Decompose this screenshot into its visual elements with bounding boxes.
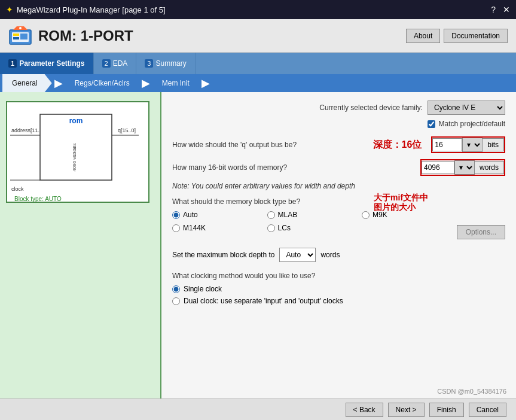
svg-text:Block type: AUTO: Block type: AUTO: [14, 196, 62, 202]
block-type-question: What should the memory block type be?: [172, 197, 505, 206]
svg-rect-4: [20, 34, 28, 39]
tab-mem-init[interactable]: Mem Init: [152, 74, 199, 92]
svg-text:q[15..0]: q[15..0]: [118, 127, 136, 133]
match-project-label: Match project/default: [439, 120, 505, 128]
max-depth-row: Set the maximum block depth to Auto 512 …: [172, 248, 505, 262]
secondary-tabs: General ▶ Regs/Clken/Aclrs ▶ Mem Init ▶: [0, 74, 516, 92]
tab-number-3: 3: [145, 59, 153, 68]
svg-rect-3: [13, 37, 19, 39]
radio-mlab: MLAB: [267, 211, 350, 219]
note-text: Note: You could enter arbitrary values f…: [172, 182, 505, 190]
next-button[interactable]: Next >: [388, 403, 425, 417]
cancel-button[interactable]: Cancel: [469, 403, 506, 417]
radio-dual-clock-label: Dual clock: use separate 'input' and 'ou…: [184, 297, 343, 305]
radio-lcs-label: LCs: [278, 224, 291, 232]
width-unit-select[interactable]: ▾: [462, 138, 483, 152]
clock-question: What clocking method would you like to u…: [172, 272, 505, 280]
radio-m144k: M144K: [172, 224, 255, 232]
header: ROM: 1-PORT About Documentation: [0, 19, 516, 53]
words-unit-select[interactable]: ▾: [454, 160, 475, 175]
depth-annotation: 深度：16位: [373, 139, 422, 151]
max-depth-select[interactable]: Auto 512 1024 2048: [279, 248, 316, 262]
words-unit: words: [475, 161, 504, 174]
radio-m9k-input[interactable]: [362, 211, 370, 219]
documentation-button[interactable]: Documentation: [444, 29, 508, 43]
clock-section: What clocking method would you like to u…: [172, 272, 505, 305]
device-family-label: Currently selected device family:: [319, 104, 423, 112]
primary-tabs: 1 Parameter Settings 2 EDA 3 Summary: [0, 53, 516, 74]
tab-regs[interactable]: Regs/Clken/Aclrs: [65, 74, 139, 92]
main-content: address[11..0] rom 16 bits 4096 words q[…: [0, 92, 516, 398]
tab-general-label: General: [12, 79, 38, 87]
radio-lcs: LCs: [267, 224, 350, 232]
app-logo: [8, 25, 32, 47]
tab-label-3: Summary: [155, 59, 186, 68]
bottom-bar: < Back Next > Finish Cancel: [0, 398, 516, 420]
radio-auto-label: Auto: [183, 211, 198, 219]
help-button[interactable]: ?: [491, 5, 496, 14]
radio-auto-input[interactable]: [172, 211, 180, 219]
tab-regs-label: Regs/Clken/Aclrs: [75, 79, 130, 87]
words-question: How many 16-bit words of memory?: [172, 163, 416, 172]
radio-dual-clock-input[interactable]: [172, 297, 180, 305]
finish-button[interactable]: Finish: [429, 403, 464, 417]
device-family-row: Currently selected device family: Cyclon…: [172, 101, 505, 115]
title-bar: ✦ MegaWizard Plug-In Manager [page 1 of …: [0, 0, 516, 19]
width-input-group: ▾ bits: [431, 136, 505, 153]
rom-diagram: address[11..0] rom 16 bits 4096 words q[…: [6, 101, 149, 203]
app-icon: ✦: [6, 5, 13, 14]
radio-single-clock-label: Single clock: [184, 285, 222, 293]
radio-single-clock-input[interactable]: [172, 285, 180, 293]
settings-panel: Currently selected device family: Cyclon…: [161, 92, 516, 398]
width-setting-row: How wide should the 'q' output bus be? 深…: [172, 136, 505, 153]
device-family-select[interactable]: Cyclone IV E: [428, 101, 505, 115]
width-question: How wide should the 'q' output bus be?: [172, 141, 368, 149]
tab-label-2: EDA: [113, 59, 128, 68]
width-input[interactable]: [432, 138, 462, 151]
mif-annotation-2: 图片的大小: [374, 202, 416, 213]
watermark: CSDN @m0_54384176: [437, 388, 506, 395]
svg-text:rom: rom: [69, 117, 83, 125]
radio-auto: Auto: [172, 211, 255, 219]
radio-single-clock: Single clock: [172, 285, 505, 293]
radio-mlab-input[interactable]: [267, 211, 275, 219]
words-input-group: ▾ words: [420, 159, 505, 176]
back-button[interactable]: < Back: [346, 403, 383, 417]
tab-label-1: Parameter Settings: [19, 59, 84, 68]
tab-general[interactable]: General: [2, 74, 52, 92]
tab-eda[interactable]: 2 EDA: [94, 53, 137, 74]
svg-point-6: [19, 27, 22, 29]
max-depth-label: Set the maximum block depth to: [172, 251, 274, 259]
width-unit: bits: [483, 138, 504, 151]
tab-summary[interactable]: 3 Summary: [136, 53, 195, 74]
svg-text:clock: clock: [11, 186, 24, 192]
svg-text:4096 words: 4096 words: [72, 147, 77, 171]
block-type-section: What should the memory block type be? Au…: [172, 197, 505, 239]
radio-dual-clock: Dual clock: use separate 'input' and 'ou…: [172, 297, 505, 305]
tab-parameter-settings[interactable]: 1 Parameter Settings: [0, 53, 94, 74]
radio-m144k-label: M144K: [183, 224, 206, 232]
radio-lcs-input[interactable]: [267, 224, 275, 232]
tab-mem-init-label: Mem Init: [162, 79, 190, 87]
close-button[interactable]: ✕: [503, 5, 510, 14]
match-project-checkbox[interactable]: [428, 120, 435, 128]
block-type-radios: Auto MLAB M9K 大于mif文件中 图片的大小 M144K: [172, 211, 445, 232]
options-button[interactable]: Options...: [457, 225, 505, 239]
page-title: ROM: 1-PORT: [38, 28, 133, 44]
radio-mlab-label: MLAB: [278, 211, 298, 219]
tab-number-2: 2: [102, 59, 111, 68]
radio-m144k-input[interactable]: [172, 224, 180, 232]
rom-svg: address[11..0] rom 16 bits 4096 words q[…: [7, 102, 151, 204]
about-button[interactable]: About: [406, 29, 440, 43]
words-input[interactable]: [422, 161, 454, 174]
tab-number-1: 1: [8, 59, 17, 68]
words-setting-row: How many 16-bit words of memory? ▾ words: [172, 159, 505, 176]
svg-rect-2: [13, 34, 19, 36]
match-project-row: Match project/default: [172, 120, 505, 128]
diagram-panel: address[11..0] rom 16 bits 4096 words q[…: [0, 92, 161, 398]
radio-m9k: M9K 大于mif文件中 图片的大小: [362, 211, 445, 219]
max-depth-unit: words: [320, 251, 340, 259]
window-title: MegaWizard Plug-In Manager [page 1 of 5]: [17, 5, 166, 14]
